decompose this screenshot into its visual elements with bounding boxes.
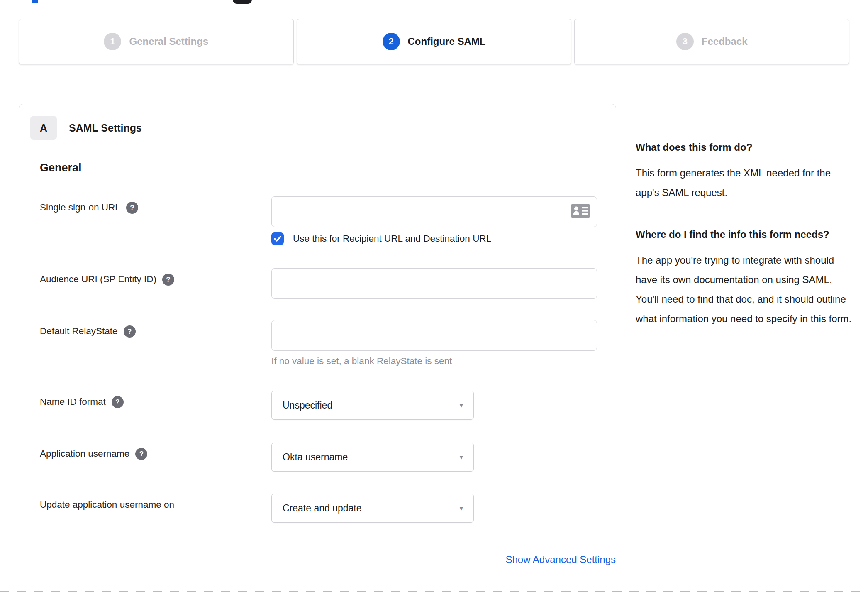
dropdown-value: Okta username [283, 452, 348, 463]
default-relaystate-input[interactable] [271, 320, 597, 351]
section-a-badge: A [30, 116, 57, 140]
cutoff-icon-fragment [233, 0, 252, 4]
step-2-circle: 2 [383, 33, 400, 50]
recipient-url-checkbox-label[interactable]: Use this for Recipient URL and Destinati… [293, 233, 491, 244]
dropdown-value: Unspecified [283, 400, 332, 411]
help-icon[interactable]: ? [124, 325, 136, 338]
single-sign-on-url-input[interactable] [271, 196, 597, 227]
show-advanced-settings-link[interactable]: Show Advanced Settings [505, 554, 616, 565]
relaystate-helper-text: If no value is set, a blank RelayState i… [271, 356, 616, 367]
application-username-select[interactable]: Okta username ▾ [271, 443, 474, 472]
dropdown-value: Create and update [283, 503, 362, 514]
help-body: This form generates the XML needed for t… [636, 163, 852, 202]
field-row-audience-uri: Audience URI (SP Entity ID) ? [40, 268, 616, 299]
step-configure-saml: 2 Configure SAML [297, 19, 572, 64]
help-section-where: Where do I find the info this form needs… [636, 225, 852, 328]
step-3-circle: 3 [676, 33, 694, 50]
check-icon [274, 236, 281, 242]
help-heading: Where do I find the info this form needs… [636, 225, 852, 244]
field-label: Update application username on [40, 499, 174, 511]
recipient-url-checkbox[interactable] [271, 232, 284, 245]
update-application-username-select[interactable]: Create and update ▾ [271, 494, 474, 523]
help-icon[interactable]: ? [135, 448, 147, 460]
field-label: Default RelayState [40, 325, 118, 338]
help-icon[interactable]: ? [126, 202, 138, 214]
field-label: Application username [40, 448, 129, 460]
help-sidebar: What does this form do? This form genera… [636, 138, 852, 352]
field-label: Audience URI (SP Entity ID) [40, 273, 156, 286]
chevron-down-icon: ▾ [459, 401, 463, 410]
step-3-label: Feedback [702, 36, 748, 47]
general-section-heading: General [40, 161, 616, 174]
step-2-label: Configure SAML [408, 36, 486, 47]
help-section-what: What does this form do? This form genera… [636, 138, 852, 202]
chevron-down-icon: ▾ [459, 504, 463, 513]
panel-title: SAML Settings [69, 122, 142, 134]
help-icon[interactable]: ? [162, 274, 174, 286]
help-heading: What does this form do? [636, 138, 852, 157]
cutoff-blue-fragment [32, 0, 38, 3]
step-feedback: 3 Feedback [574, 19, 849, 64]
help-body: The app you're trying to integrate with … [636, 250, 852, 328]
field-label: Name ID format [40, 396, 106, 408]
step-1-label: General Settings [129, 36, 208, 47]
field-row-single-sign-on-url: Single sign-on URL ? [40, 196, 616, 245]
field-row-application-username: Application username ? Okta username ▾ [40, 443, 616, 472]
step-1-circle: 1 [104, 33, 121, 50]
field-row-default-relaystate: Default RelayState ? If no value is set,… [40, 320, 616, 367]
help-icon[interactable]: ? [112, 396, 124, 408]
wizard-stepper: 1 General Settings 2 Configure SAML 3 Fe… [19, 19, 849, 64]
contact-card-autofill-icon[interactable] [571, 204, 590, 220]
chevron-down-icon: ▾ [459, 453, 463, 462]
saml-settings-panel: A SAML Settings General Single sign-on U… [19, 104, 616, 592]
step-general-settings: 1 General Settings [19, 19, 294, 64]
audience-uri-input[interactable] [271, 268, 597, 299]
field-row-update-application-username: Update application username on Create an… [40, 494, 616, 523]
name-id-format-select[interactable]: Unspecified ▾ [271, 391, 474, 420]
field-label: Single sign-on URL [40, 201, 120, 214]
field-row-name-id-format: Name ID format ? Unspecified ▾ [40, 391, 616, 420]
